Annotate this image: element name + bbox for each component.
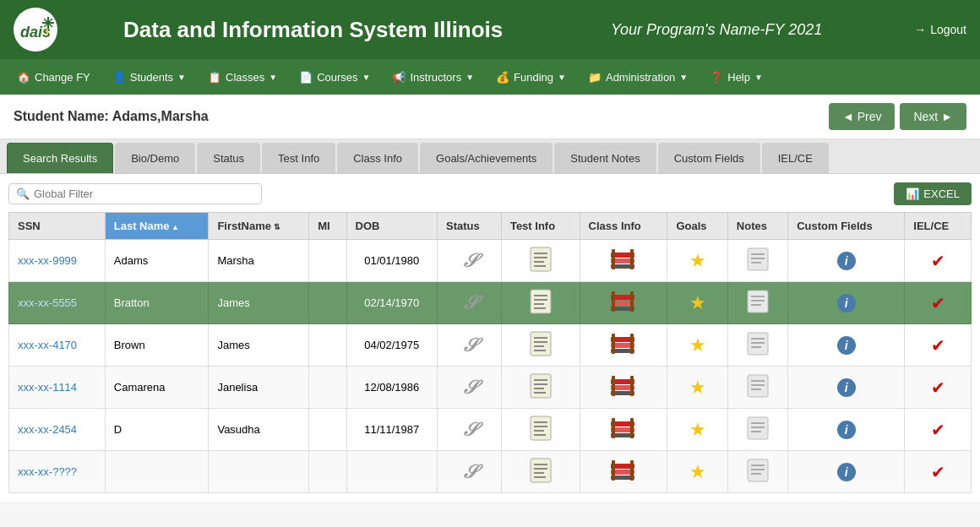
test-info-icon[interactable] [530,416,552,441]
tab-search-results[interactable]: Search Results [7,143,113,173]
custom-fields-icon[interactable]: i [837,378,856,397]
goals-star-icon[interactable]: ★ [689,461,706,482]
svg-rect-66 [534,430,544,432]
tab-status[interactable]: Status [197,143,260,173]
ssn-link[interactable]: xxx-xx-5555 [18,296,77,309]
ssn-link[interactable]: xxx-xx-???? [18,465,77,478]
cell-first-name: Vasudha [209,409,309,451]
col-first-name[interactable]: FirstName [209,213,309,240]
table-row: xxx-xx-2454 D Vasudha 11/11/1987 𝒮 ★ [9,409,972,451]
notes-icon[interactable] [747,459,769,482]
cell-test-info [501,409,580,451]
notes-icon[interactable] [747,374,769,398]
tab-test-info[interactable]: Test Info [262,143,335,173]
logout-icon: → [914,23,926,36]
goals-star-icon[interactable]: ★ [689,334,706,356]
search-input[interactable] [34,187,254,200]
svg-rect-29 [612,291,615,312]
tab-bio-demo[interactable]: Bio/Demo [115,143,195,173]
svg-rect-9 [534,257,547,258]
excel-button[interactable]: 📊 EXCEL [894,182,972,205]
app-title: Data and Information System Illinois [115,17,519,43]
class-info-icon[interactable] [611,418,636,438]
next-button[interactable]: Next ► [900,103,966,130]
nav-change-fy[interactable]: 🏠 Change FY [7,64,101,90]
chevron-down-icon: ▼ [177,73,186,82]
svg-rect-67 [534,434,546,436]
goals-star-icon[interactable]: ★ [689,292,706,313]
test-info-icon[interactable] [530,247,552,272]
test-info-icon[interactable] [530,289,552,314]
status-icon[interactable]: 𝒮 [463,250,476,271]
svg-rect-78 [534,464,547,465]
tab-class-info[interactable]: Class Info [337,143,418,173]
table-row: xxx-xx-1114 Camarena Janelisa 12/08/1986… [9,367,972,409]
svg-rect-18 [751,253,765,255]
class-info-icon[interactable] [611,376,636,396]
nav-funding[interactable]: 💰 Funding ▼ [486,64,576,90]
iel-ce-check-icon[interactable]: ✔ [931,252,945,270]
tab-student-notes[interactable]: Student Notes [554,143,656,173]
custom-fields-icon[interactable]: i [837,336,856,355]
tab-custom-fields[interactable]: Custom Fields [658,143,760,173]
tab-iel-ce[interactable]: IEL/CE [762,143,829,173]
cell-ssn: xxx-xx-2454 [9,409,106,451]
goals-star-icon[interactable]: ★ [689,250,706,271]
nav-courses[interactable]: 📄 Courses ▼ [289,64,380,90]
svg-rect-86 [630,460,634,481]
class-info-icon[interactable] [611,291,636,312]
status-icon[interactable]: 𝒮 [463,334,476,356]
nav-help[interactable]: ❓ Help ▼ [700,64,773,90]
ssn-link[interactable]: xxx-xx-4170 [18,339,77,351]
nav-classes[interactable]: 📋 Classes ▼ [198,64,287,90]
svg-rect-33 [751,300,765,302]
nav-students[interactable]: 👤 Students ▼ [102,64,196,90]
iel-ce-check-icon[interactable]: ✔ [931,378,945,397]
col-last-name[interactable]: Last Name [105,213,209,240]
notes-icon[interactable] [747,416,769,440]
iel-ce-check-icon[interactable]: ✔ [931,421,945,439]
status-icon[interactable]: 𝒮 [463,461,476,482]
cell-iel-ce: ✔ [905,451,972,493]
cell-class-info [580,324,667,367]
custom-fields-icon[interactable]: i [837,421,856,439]
custom-fields-icon[interactable]: i [837,294,856,312]
notes-icon[interactable] [747,247,769,271]
svg-rect-90 [751,473,761,475]
home-icon: 🏠 [17,71,30,84]
goals-star-icon[interactable]: ★ [689,377,706,398]
iel-ce-check-icon[interactable]: ✔ [931,294,945,312]
test-info-icon[interactable] [530,458,552,483]
status-icon[interactable]: 𝒮 [463,292,476,313]
class-info-icon[interactable] [611,249,636,269]
cell-first-name: Marsha [209,240,309,282]
notes-icon[interactable] [747,332,769,356]
test-info-icon[interactable] [530,373,552,399]
custom-fields-icon[interactable]: i [837,252,856,270]
ssn-link[interactable]: xxx-xx-9999 [18,254,77,267]
svg-rect-63 [531,416,551,440]
cell-notes [727,240,787,282]
svg-rect-74 [751,422,765,424]
logout-button[interactable]: → Logout [914,23,966,36]
chevron-down-icon: ▼ [466,73,474,82]
ssn-link[interactable]: xxx-xx-2454 [18,423,77,436]
class-info-icon[interactable] [611,334,636,354]
test-info-icon[interactable] [530,331,552,356]
custom-fields-icon[interactable]: i [837,463,856,481]
tab-goals[interactable]: Goals/Achievements [420,143,553,173]
goals-star-icon[interactable]: ★ [689,419,706,440]
status-icon[interactable]: 𝒮 [463,419,476,440]
svg-rect-8 [534,253,547,254]
svg-rect-76 [751,431,761,432]
prev-button[interactable]: ◄ Prev [829,103,896,130]
iel-ce-check-icon[interactable]: ✔ [931,336,945,355]
class-info-icon[interactable] [611,460,636,481]
notes-icon[interactable] [747,290,769,313]
nav-instructors[interactable]: 📢 Instructors ▼ [382,64,484,90]
cell-class-info [580,367,667,409]
nav-administration[interactable]: 📁 Administration ▼ [578,64,698,90]
status-icon[interactable]: 𝒮 [463,377,476,398]
ssn-link[interactable]: xxx-xx-1114 [18,381,77,394]
iel-ce-check-icon[interactable]: ✔ [931,463,945,481]
